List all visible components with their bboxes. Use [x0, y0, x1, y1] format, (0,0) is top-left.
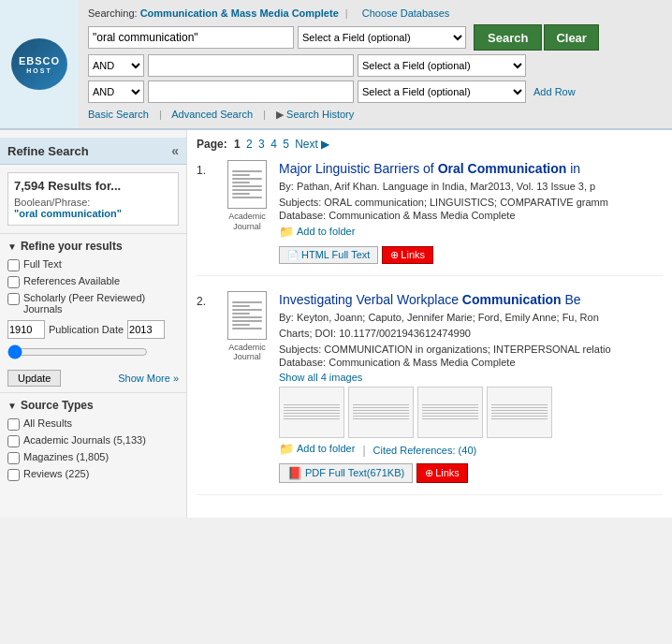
title-highlight-1: Oral Communication	[438, 161, 567, 176]
links-btn-1[interactable]: ⊕ Links	[382, 246, 433, 264]
thumbnail-2[interactable]	[348, 387, 414, 438]
result-db-2: Database: Communication & Mass Media Com…	[279, 357, 663, 368]
ebsco-logo: EBSCO HOST	[11, 38, 67, 90]
page-5-link[interactable]: 5	[283, 138, 289, 151]
page-label: Page:	[197, 138, 227, 151]
page-3-link[interactable]: 3	[258, 138, 265, 151]
advanced-search-link[interactable]: Advanced Search	[171, 109, 253, 120]
all-results-label: All Results	[23, 417, 72, 429]
thumbnail-3[interactable]	[417, 387, 483, 438]
result-subjects-2: Subjects: COMMUNICATION in organizations…	[279, 344, 663, 355]
title-start-2: Investigating Verbal Workplace	[279, 292, 462, 307]
date-range-slider[interactable]	[7, 344, 148, 359]
date-from-input[interactable]	[7, 320, 45, 339]
date-slider[interactable]	[7, 344, 179, 362]
result-content-1: Major Linguistic Barriers of Oral Commun…	[279, 160, 663, 264]
result-item-2: 2. Academic Journal Investigating Verbal…	[197, 291, 663, 495]
reviews-label: Reviews (225)	[23, 468, 89, 479]
date-to-input[interactable]	[127, 320, 165, 339]
academic-journals-filter[interactable]: Academic Journals (5,133)	[7, 434, 179, 447]
pdf-fulltext-btn[interactable]: 📕 PDF Full Text(671KB)	[279, 463, 413, 483]
date-range: Publication Date	[7, 320, 179, 339]
add-to-folder-btn-1[interactable]: 📁 Add to folder	[279, 225, 355, 239]
reviews-filter[interactable]: Reviews (225)	[7, 468, 179, 481]
result-title-2[interactable]: Investigating Verbal Workplace Communica…	[279, 291, 663, 308]
basic-search-link[interactable]: Basic Search	[88, 109, 149, 120]
add-to-folder-btn-2[interactable]: 📁 Add to folder	[279, 442, 355, 456]
collapse-sidebar-button[interactable]: «	[171, 143, 179, 158]
sidebar: Refine Search « 7,594 Results for... Boo…	[0, 130, 187, 518]
database-name: Communication & Mass Media Complete	[140, 7, 339, 19]
boolean-phrase-label: Boolean/Phrase:	[14, 197, 172, 208]
links-icon-1: ⊕	[390, 249, 399, 261]
field-select-2[interactable]: Select a Field (optional)	[358, 54, 526, 77]
add-row-link[interactable]: Add Row	[533, 86, 576, 97]
bool-select-2[interactable]: ANDORNOT	[88, 80, 144, 103]
search-button[interactable]: Search	[474, 24, 542, 51]
magazines-checkbox[interactable]	[7, 452, 20, 464]
show-images-link[interactable]: Show all 4 images	[279, 372, 663, 383]
links-btn-2[interactable]: ⊕ Links	[416, 463, 468, 483]
result-title-1[interactable]: Major Linguistic Barriers of Oral Commun…	[279, 160, 663, 177]
bool-select-1[interactable]: ANDORNOT	[88, 54, 144, 77]
update-button[interactable]: Update	[7, 370, 61, 387]
result-subjects-1: Subjects: ORAL communication; LINGUISTIC…	[279, 197, 663, 208]
refine-search-title: Refine Search	[7, 144, 89, 158]
thumbnail-4[interactable]	[487, 387, 552, 438]
action-buttons-1: 📄 HTML Full Text ⊕ Links	[279, 246, 663, 264]
field-select-1[interactable]: Select a Field (optional)	[298, 26, 466, 49]
result-db-1: Database: Communication & Mass Media Com…	[279, 210, 663, 221]
action-buttons-2: 📕 PDF Full Text(671KB) ⊕ Links	[279, 463, 663, 483]
search-input-2[interactable]	[148, 54, 354, 77]
search-input-3[interactable]	[148, 80, 354, 103]
page-2-link[interactable]: 2	[246, 138, 253, 151]
choose-databases-link[interactable]: Choose Databases	[362, 7, 450, 19]
all-results-filter[interactable]: All Results	[7, 417, 179, 431]
result-item-1: 1. Academic Journal Major Linguistic Bar…	[197, 160, 663, 276]
title-end-2: Be	[562, 292, 581, 307]
full-text-filter[interactable]: Full Text	[7, 258, 179, 271]
title-end-1: in	[566, 161, 580, 176]
search-history-link[interactable]: Search History	[286, 109, 354, 120]
field-select-3[interactable]: Select a Field (optional)	[358, 80, 526, 103]
sidebar-header: Refine Search «	[0, 138, 186, 165]
results-count: 7,594 Results for...	[14, 179, 172, 193]
pdf-icon: 📕	[287, 466, 302, 480]
result-meta-2a: By: Keyton, Joann; Caputo, Jennifer Mari…	[279, 311, 663, 325]
doc-type-2: Academic Journal	[223, 343, 271, 363]
results-area: Page: 1 2 3 4 5 Next ▶ 1. Academic	[187, 130, 672, 518]
peer-reviewed-filter[interactable]: Scholarly (Peer Reviewed) Journals	[7, 292, 179, 315]
clear-button[interactable]: Clear	[544, 24, 599, 51]
document-icon-1: Academic Journal	[223, 160, 271, 264]
references-label: References Available	[23, 275, 120, 286]
source-types-section: ▼ Source Types All Results Academic Jour…	[0, 392, 186, 490]
html-fulltext-btn-1[interactable]: 📄 HTML Full Text	[279, 246, 378, 264]
searching-label: Searching:	[88, 7, 138, 19]
academic-journals-checkbox[interactable]	[7, 435, 20, 447]
references-checkbox[interactable]	[7, 276, 20, 288]
document-icon-2: Academic Journal	[223, 291, 271, 483]
result-number-2: 2.	[197, 291, 215, 483]
current-page: 1	[234, 138, 241, 151]
reviews-checkbox[interactable]	[7, 469, 20, 481]
peer-reviewed-checkbox[interactable]	[7, 293, 20, 305]
search-input-1[interactable]	[88, 26, 294, 49]
thumbnail-1[interactable]	[279, 387, 344, 438]
folder-icon-1: 📁	[279, 225, 294, 239]
full-text-checkbox[interactable]	[7, 259, 20, 271]
folder-icon-2: 📁	[279, 442, 294, 456]
magazines-label: Magazines (1,805)	[23, 451, 109, 462]
title-highlight-2: Communication	[462, 292, 562, 307]
peer-reviewed-label: Scholarly (Peer Reviewed) Journals	[23, 292, 179, 315]
magazines-filter[interactable]: Magazines (1,805)	[7, 451, 179, 464]
next-page-link[interactable]: Next ▶	[295, 138, 329, 151]
results-summary-box: 7,594 Results for... Boolean/Phrase: "or…	[7, 172, 179, 226]
pagination: Page: 1 2 3 4 5 Next ▶	[197, 138, 663, 151]
references-filter[interactable]: References Available	[7, 275, 179, 288]
show-more-link[interactable]: Show More »	[118, 373, 179, 384]
page-4-link[interactable]: 4	[270, 138, 277, 151]
result-number-1: 1.	[197, 160, 215, 264]
all-results-checkbox[interactable]	[7, 418, 20, 431]
cited-references-btn[interactable]: Cited References: (40)	[373, 445, 477, 456]
image-thumbnails	[279, 387, 663, 438]
